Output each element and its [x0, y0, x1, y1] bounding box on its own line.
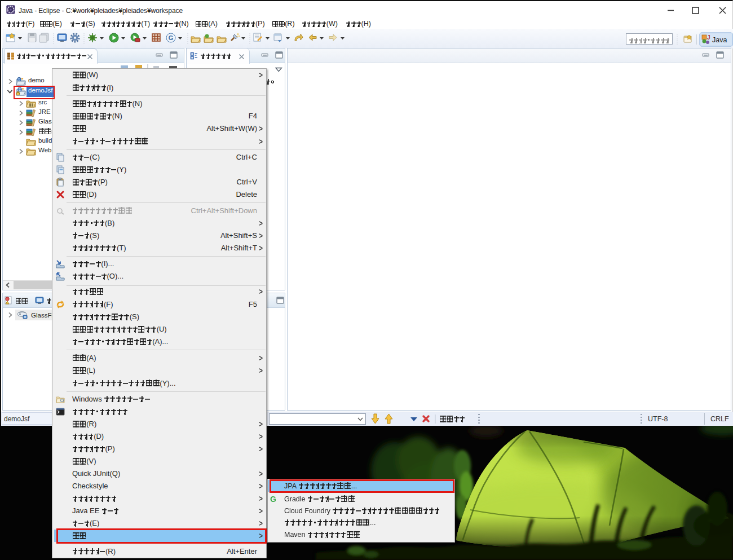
svg-text:J: J	[707, 34, 710, 41]
svg-text:G: G	[169, 34, 174, 41]
svg-text:Java: Java	[712, 36, 727, 44]
